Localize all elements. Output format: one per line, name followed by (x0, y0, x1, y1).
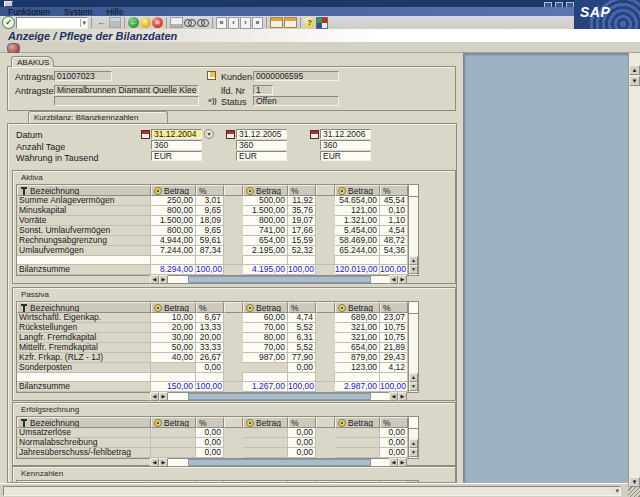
back-button[interactable]: ← (128, 17, 139, 28)
cell[interactable] (335, 373, 380, 382)
column-header-pct[interactable]: % (196, 302, 224, 313)
cell-pct[interactable]: 100,00 (196, 382, 224, 392)
column-header-pct[interactable]: % (380, 302, 408, 313)
scrollbar-thumb[interactable] (188, 459, 371, 466)
cell-bezeichnung[interactable] (17, 373, 151, 382)
table-vertical-scrollbar[interactable]: ▲▼ (408, 185, 418, 275)
scroll-up-icon[interactable]: ▲ (629, 65, 640, 75)
cell[interactable] (151, 373, 196, 382)
tab-kurzbilanz-bilanzkennzahlen[interactable]: Kurzbilanz: Bilanzkennzahlen (28, 111, 168, 123)
command-dropdown-icon[interactable]: ▾ (80, 19, 87, 27)
cell[interactable] (196, 256, 224, 265)
column-header-betrag[interactable]: Betrag (151, 417, 196, 428)
cell-betrag[interactable]: 654,00 (243, 236, 288, 246)
cell-pct[interactable]: 45,54 (380, 196, 408, 206)
column-header-betrag[interactable]: Betrag (335, 302, 380, 313)
column-header-bezeichnung[interactable]: Bezeichnung (17, 185, 151, 196)
cell-betrag[interactable]: 10,00 (151, 313, 196, 323)
cell-betrag[interactable]: 1.267,00 (243, 382, 288, 392)
cell-pct[interactable]: 33,33 (196, 343, 224, 353)
cell-betrag[interactable]: 987,00 (243, 353, 288, 363)
cell-pct[interactable]: 0,00 (288, 448, 316, 458)
cell-betrag[interactable]: 321,00 (335, 323, 380, 333)
scrollbar-track[interactable] (168, 392, 389, 401)
scroll-back-icon[interactable]: ← (95, 17, 108, 28)
cell[interactable] (151, 256, 196, 265)
scroll-right-icon[interactable]: ▶ (398, 392, 407, 401)
cell-betrag[interactable]: 70,00 (243, 343, 288, 353)
cell[interactable] (288, 373, 316, 382)
command-field[interactable]: ▾ (16, 17, 88, 29)
tage-field-1[interactable]: 360 (151, 140, 202, 150)
column-header-pct[interactable]: % (288, 417, 316, 428)
column-header-pct[interactable]: % (288, 185, 316, 196)
kunden-nr-field[interactable]: 0000006595 (253, 71, 339, 81)
scrollbar-thumb[interactable] (188, 393, 371, 400)
first-page-icon[interactable]: « (216, 17, 227, 29)
cell-pct[interactable]: 6,67 (196, 313, 224, 323)
cell-pct[interactable]: 19,07 (288, 216, 316, 226)
cell-betrag[interactable]: 800,00 (243, 216, 288, 226)
waehrung-field-3[interactable]: EUR (320, 151, 371, 161)
main-vertical-scrollbar[interactable]: ▲ ▼ ▼ (628, 53, 640, 490)
cell-betrag[interactable]: 879,00 (335, 353, 380, 363)
antragsnummer-field[interactable]: 01007023 (54, 71, 112, 81)
cell-pct[interactable]: 23,07 (380, 313, 408, 323)
cell[interactable] (243, 256, 288, 265)
cell-betrag[interactable]: 250,00 (151, 196, 196, 206)
antragsteller-field-2[interactable] (54, 96, 199, 106)
scroll-down-icon[interactable]: ▼ (409, 448, 418, 457)
status-message-field[interactable]: ▾ (3, 486, 621, 496)
cell-pct[interactable]: 77,90 (288, 353, 316, 363)
exit-button[interactable]: ↑ (140, 17, 151, 28)
cell-pct[interactable]: 100,00 (288, 265, 316, 275)
column-header-betrag[interactable]: Betrag (243, 417, 288, 428)
column-header-bezeichnung[interactable]: Bezeichnung (17, 302, 151, 313)
cell-pct[interactable]: 10,75 (380, 323, 408, 333)
column-header-pct[interactable]: % (380, 185, 408, 196)
menu-system[interactable]: System (64, 7, 92, 17)
cell-pct[interactable]: 100,00 (196, 265, 224, 275)
cell-pct[interactable]: 13,33 (196, 323, 224, 333)
create-shortcut-icon[interactable] (284, 17, 297, 28)
cell[interactable] (335, 256, 380, 265)
cell-pct[interactable]: 52,32 (288, 246, 316, 256)
cell-pct[interactable]: 21,89 (380, 343, 408, 353)
cell-betrag[interactable]: 65.244,00 (335, 246, 380, 256)
last-page-icon[interactable]: » (252, 17, 263, 29)
cell-betrag[interactable]: 121,00 (335, 206, 380, 216)
cell-pct[interactable]: 100,00 (288, 382, 316, 392)
column-header-betrag[interactable]: Betrag (243, 185, 288, 196)
datum-field-1[interactable]: 31.12.2004 (151, 129, 202, 139)
cell-pct[interactable]: 5,52 (288, 323, 316, 333)
scroll-down-icon[interactable]: ▼ (409, 382, 418, 391)
scroll-up-icon[interactable]: ▲ (409, 373, 418, 382)
cell-pct[interactable]: 6,31 (288, 333, 316, 343)
cell-pct[interactable]: 0,00 (288, 363, 316, 373)
cell-pct[interactable]: 0,00 (196, 363, 224, 373)
table-horizontal-scrollbar[interactable]: ◀▶◀▶ (150, 275, 407, 284)
cell-betrag[interactable]: 800,00 (151, 206, 196, 216)
cell-pct[interactable]: 100,00 (380, 265, 408, 275)
help-icon[interactable]: ? (304, 17, 315, 28)
scroll-right-icon[interactable]: ▶ (398, 275, 407, 284)
scroll-down-icon[interactable]: ▼ (629, 76, 640, 86)
cell-pct[interactable]: 0,00 (380, 448, 408, 458)
resize-grip[interactable] (628, 487, 640, 497)
cell-betrag[interactable]: 654,00 (335, 343, 380, 353)
column-header-betrag[interactable]: Betrag (151, 185, 196, 196)
cell[interactable] (243, 373, 288, 382)
cell-betrag[interactable]: 321,00 (335, 333, 380, 343)
next-page-icon[interactable]: › (240, 17, 251, 29)
cell-pct[interactable]: 3,01 (196, 196, 224, 206)
scroll-right-icon[interactable]: ▶ (159, 392, 168, 401)
cell-betrag[interactable]: 1.500,00 (243, 206, 288, 216)
cell-betrag[interactable]: 50,00 (151, 343, 196, 353)
cell-betrag[interactable]: 20,00 (151, 323, 196, 333)
cell-pct[interactable]: 0,00 (288, 438, 316, 448)
cell-pct[interactable]: 26,67 (196, 353, 224, 363)
customize-icon[interactable] (316, 17, 328, 29)
scrollbar-thumb[interactable] (188, 276, 371, 283)
scroll-left-icon[interactable]: ◀ (389, 275, 398, 284)
cell-pct[interactable]: 0,00 (196, 428, 224, 438)
